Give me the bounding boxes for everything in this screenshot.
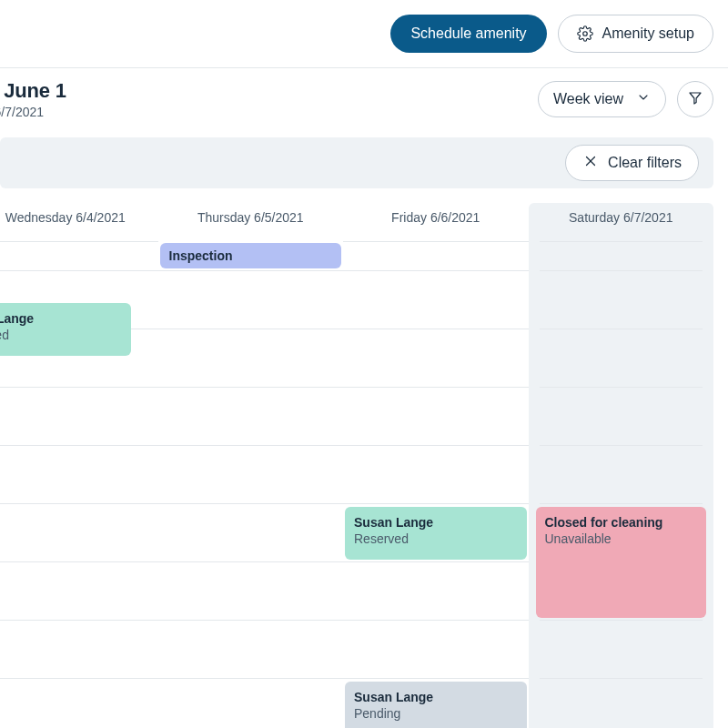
calendar-grid: Wednesday 6/4/2021 Susan Lange Reserved …	[0, 203, 713, 728]
event-title: Inspection	[169, 248, 333, 264]
event-status: Unavailable	[545, 531, 698, 547]
slot-line	[343, 620, 529, 621]
slot-line	[158, 678, 344, 679]
event-status: Pending	[354, 705, 518, 722]
page-title: of June 1	[0, 79, 66, 103]
header-row: of June 1 1–6/7/2021 Week view	[0, 68, 728, 137]
event-title: Susan Lange	[354, 689, 518, 705]
slot-line	[540, 678, 703, 679]
slot-line	[343, 561, 529, 562]
day-slots[interactable]: Susan Lange Reserved	[0, 241, 158, 728]
event-susan-reserved[interactable]: Susan Lange Reserved	[345, 507, 527, 560]
day-slots[interactable]: Inspection	[158, 241, 344, 728]
event-susan-pending[interactable]: Susan Lange Pending	[345, 682, 527, 728]
slot-line	[0, 387, 158, 388]
event-susan-reserved[interactable]: Susan Lange Reserved	[0, 303, 131, 356]
day-column-fri[interactable]: Friday 6/6/2021 Susan Lange Reserved Sus…	[343, 203, 529, 728]
filter-icon	[687, 90, 703, 109]
slot-line	[158, 387, 344, 388]
slot-line	[343, 241, 529, 242]
day-header: Wednesday 6/4/2021	[0, 203, 158, 241]
slot-line	[540, 241, 703, 242]
schedule-amenity-button[interactable]: Schedule amenity	[390, 15, 546, 53]
close-icon	[582, 153, 599, 173]
day-column-sat[interactable]: Saturday 6/7/2021 Closed for cleaning Un…	[529, 203, 714, 728]
slot-line	[343, 270, 529, 271]
slot-line	[158, 561, 344, 562]
day-header: Thursday 6/5/2021	[158, 203, 344, 241]
slot-line	[0, 270, 158, 271]
slot-line	[343, 503, 529, 504]
slot-line	[343, 329, 529, 329]
event-closed-cleaning[interactable]: Closed for cleaning Unavailable	[536, 507, 707, 618]
day-column-wed[interactable]: Wednesday 6/4/2021 Susan Lange Reserved	[0, 203, 158, 728]
view-selector-label: Week view	[553, 91, 623, 107]
slot-line	[343, 678, 529, 679]
clear-filters-button[interactable]: Clear filters	[565, 145, 699, 181]
day-slots[interactable]: Closed for cleaning Unavailable	[529, 241, 714, 728]
chevron-down-icon	[636, 90, 651, 108]
event-inspection[interactable]: Inspection	[160, 243, 342, 268]
top-actions: Schedule amenity Amenity setup	[0, 0, 728, 67]
day-header: Friday 6/6/2021	[343, 203, 529, 241]
slot-line	[540, 387, 703, 388]
event-title: Susan Lange	[354, 514, 518, 531]
slot-line	[343, 445, 529, 446]
slot-line	[540, 270, 703, 271]
view-selector[interactable]: Week view	[538, 81, 666, 117]
event-title: Susan Lange	[0, 310, 122, 327]
date-range: 1–6/7/2021	[0, 105, 66, 119]
event-title: Closed for cleaning	[545, 514, 698, 531]
slot-line	[540, 503, 703, 504]
slot-line	[158, 620, 344, 621]
slot-line	[540, 329, 703, 329]
slot-line	[540, 445, 703, 446]
amenity-setup-label: Amenity setup	[602, 25, 694, 42]
filter-button[interactable]	[677, 81, 713, 117]
day-slots[interactable]: Susan Lange Reserved Susan Lange Pending	[343, 241, 529, 728]
day-column-thu[interactable]: Thursday 6/5/2021 Inspection	[158, 203, 344, 728]
event-status: Reserved	[354, 531, 518, 547]
svg-point-0	[582, 32, 587, 36]
slot-line	[158, 329, 344, 329]
slot-line	[0, 561, 158, 562]
slot-line	[0, 678, 158, 679]
slot-line	[158, 503, 344, 504]
amenity-setup-button[interactable]: Amenity setup	[558, 15, 713, 53]
event-status: Reserved	[0, 327, 122, 343]
slot-line	[0, 503, 158, 504]
slot-line	[158, 270, 344, 271]
clear-filters-label: Clear filters	[608, 155, 682, 171]
slot-line	[540, 620, 703, 621]
day-header: Saturday 6/7/2021	[529, 203, 714, 241]
gear-icon	[577, 25, 593, 42]
filter-bar: Clear filters	[0, 137, 713, 188]
slot-line	[0, 241, 158, 242]
slot-line	[158, 445, 344, 446]
slot-line	[0, 445, 158, 446]
slot-line	[0, 620, 158, 621]
slot-line	[343, 387, 529, 388]
